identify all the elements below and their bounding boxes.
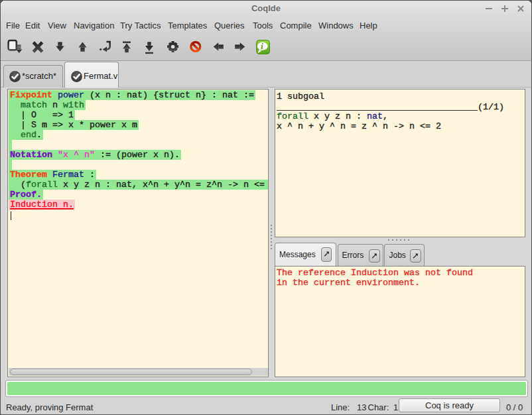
svg-text:i: i [261, 42, 263, 51]
